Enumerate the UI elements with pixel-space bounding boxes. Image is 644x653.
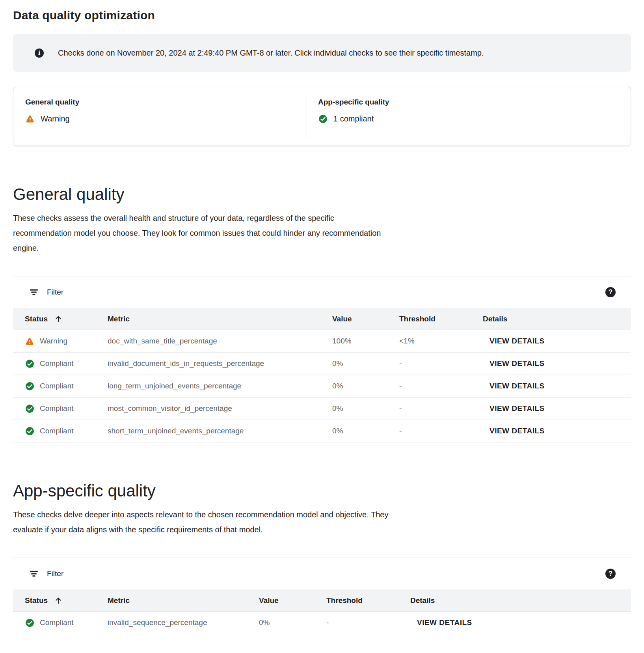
- threshold-cell: -: [399, 427, 483, 435]
- help-icon[interactable]: [605, 287, 616, 297]
- summary-general: General quality Warning: [13, 87, 307, 146]
- threshold-cell: -: [326, 618, 410, 627]
- filter-label: Filter: [47, 288, 63, 297]
- status-label: Compliant: [40, 427, 74, 435]
- threshold-cell: -: [399, 382, 483, 390]
- status-cell: Compliant: [25, 359, 108, 369]
- status-column-label: Status: [25, 315, 48, 323]
- details-cell: VIEW DETAILS: [410, 618, 631, 627]
- check-circle-icon: [25, 359, 35, 369]
- help-icon[interactable]: [605, 569, 616, 579]
- column-header-threshold: Threshold: [326, 596, 410, 605]
- details-cell: VIEW DETAILS: [483, 337, 631, 345]
- table-toolbar: Filter: [13, 276, 631, 308]
- details-cell: VIEW DETAILS: [483, 427, 631, 435]
- column-header-status[interactable]: Status: [25, 596, 108, 605]
- value-cell: 0%: [332, 359, 399, 368]
- check-circle-icon: [25, 404, 35, 414]
- view-details-button[interactable]: VIEW DETAILS: [483, 359, 545, 368]
- section-description: These checks assess the overall health a…: [13, 211, 391, 256]
- column-header-status[interactable]: Status: [25, 315, 108, 323]
- section-heading: App-specific quality: [13, 442, 631, 502]
- status-label: Compliant: [40, 618, 74, 627]
- sort-ascending-icon: [54, 315, 63, 323]
- info-banner: Checks done on November 20, 2024 at 2:49…: [13, 34, 631, 72]
- warning-icon: [25, 336, 35, 346]
- summary-app-specific-status: 1 compliant: [318, 114, 631, 124]
- filter-button[interactable]: Filter: [30, 288, 63, 297]
- section-heading: General quality: [13, 146, 631, 205]
- metric-cell: short_term_unjoined_events_percentage: [108, 427, 332, 435]
- page: Data quality optimization Checks done on…: [0, 0, 644, 634]
- banner-text: Checks done on November 20, 2024 at 2:49…: [58, 49, 484, 58]
- filter-icon: [30, 289, 38, 296]
- column-header-metric: Metric: [108, 315, 332, 323]
- column-header-details: Details: [410, 596, 631, 605]
- status-label: Compliant: [40, 359, 74, 368]
- details-cell: VIEW DETAILS: [483, 404, 631, 413]
- metric-cell: invalid_document_ids_in_requests_percent…: [108, 359, 332, 368]
- value-cell: 0%: [332, 427, 399, 435]
- app-specific-quality-table: Filter Status Metric Value Threshold Det…: [13, 558, 631, 634]
- check-circle-icon: [25, 618, 35, 628]
- metric-cell: doc_with_same_title_percentage: [108, 337, 332, 345]
- section-description: These checks delve deeper into aspects r…: [13, 507, 391, 537]
- threshold-cell: -: [399, 359, 483, 368]
- section-app-specific-quality: App-specific quality These checks delve …: [13, 442, 631, 634]
- value-cell: 100%: [332, 337, 399, 345]
- table-row: Compliant most_common_visitor_id_percent…: [13, 397, 631, 420]
- value-cell: 0%: [332, 382, 399, 390]
- status-label: Compliant: [40, 404, 74, 413]
- status-cell: Compliant: [25, 381, 108, 391]
- column-header-value: Value: [259, 596, 326, 605]
- column-header-value: Value: [332, 315, 399, 323]
- summary-general-status-label: Warning: [41, 114, 70, 123]
- status-column-label: Status: [25, 596, 48, 605]
- table-row: Compliant short_term_unjoined_events_per…: [13, 420, 631, 442]
- filter-button[interactable]: Filter: [30, 569, 63, 578]
- details-cell: VIEW DETAILS: [483, 382, 631, 390]
- threshold-cell: -: [399, 404, 483, 413]
- status-cell: Compliant: [25, 404, 108, 414]
- filter-label: Filter: [47, 569, 63, 578]
- view-details-button[interactable]: VIEW DETAILS: [483, 337, 545, 345]
- warning-icon: [25, 114, 35, 124]
- view-details-button[interactable]: VIEW DETAILS: [483, 427, 545, 435]
- value-cell: 0%: [332, 404, 399, 413]
- summary-app-specific-title: App-specific quality: [318, 98, 631, 106]
- threshold-cell: <1%: [399, 337, 483, 345]
- status-cell: Compliant: [25, 426, 108, 436]
- value-cell: 0%: [259, 618, 326, 627]
- table-row: Warning doc_with_same_title_percentage 1…: [13, 330, 631, 353]
- summary-app-specific-status-label: 1 compliant: [333, 114, 374, 123]
- table-row: Compliant long_term_unjoined_events_perc…: [13, 375, 631, 397]
- summary-general-title: General quality: [25, 98, 307, 106]
- table-header-row: Status Metric Value Threshold Details: [13, 308, 631, 330]
- check-circle-icon: [318, 114, 328, 124]
- general-quality-table: Filter Status Metric Value Threshold Det…: [13, 276, 631, 442]
- table-row: Compliant invalid_document_ids_in_reques…: [13, 353, 631, 375]
- table-row: Compliant invalid_sequence_percentage 0%…: [13, 612, 631, 634]
- table-header-row: Status Metric Value Threshold Details: [13, 590, 631, 612]
- metric-cell: long_term_unjoined_events_percentage: [108, 382, 332, 390]
- summary-general-status: Warning: [25, 114, 307, 124]
- view-details-button[interactable]: VIEW DETAILS: [483, 404, 545, 413]
- column-header-details: Details: [483, 315, 631, 323]
- metric-cell: invalid_sequence_percentage: [108, 618, 259, 627]
- status-label: Warning: [40, 337, 67, 345]
- column-header-threshold: Threshold: [399, 315, 483, 323]
- view-details-button[interactable]: VIEW DETAILS: [410, 618, 472, 627]
- status-cell: Compliant: [25, 618, 108, 628]
- status-label: Compliant: [40, 382, 74, 390]
- view-details-button[interactable]: VIEW DETAILS: [483, 382, 545, 390]
- table-toolbar: Filter: [13, 558, 631, 590]
- column-header-metric: Metric: [108, 596, 259, 605]
- check-circle-icon: [25, 381, 35, 391]
- sort-ascending-icon: [54, 596, 63, 605]
- summary-app-specific: App-specific quality 1 compliant: [307, 87, 631, 146]
- section-general-quality: General quality These checks assess the …: [13, 146, 631, 442]
- metric-cell: most_common_visitor_id_percentage: [108, 404, 332, 413]
- status-cell: Warning: [25, 336, 108, 346]
- summary-card: General quality Warning App-specific qua…: [13, 87, 631, 146]
- info-icon: [35, 49, 44, 58]
